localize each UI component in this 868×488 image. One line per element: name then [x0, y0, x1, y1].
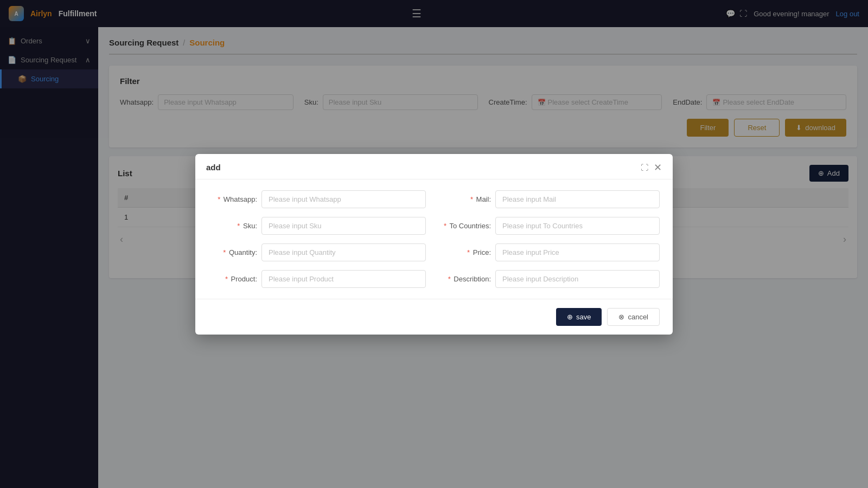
cancel-label: cancel — [628, 313, 648, 321]
cancel-button[interactable]: ⊗ cancel — [607, 308, 660, 326]
modal-quantity-label: * Quantity: — [208, 248, 257, 256]
modal-whatsapp-field: * Whatsapp: — [208, 190, 426, 208]
modal-quantity-field: * Quantity: — [208, 243, 426, 261]
modal-product-input[interactable] — [261, 270, 426, 288]
save-button[interactable]: ⊕ save — [556, 308, 602, 326]
expand-icon[interactable]: ⛶ — [641, 163, 648, 172]
modal-controls: ⛶ ✕ — [641, 163, 662, 172]
required-star: * — [225, 275, 228, 283]
modal-product-label: * Product: — [208, 275, 257, 283]
modal-price-input[interactable] — [495, 243, 660, 261]
modal-description-label: * Describtion: — [442, 275, 491, 283]
required-star: * — [444, 222, 446, 230]
modal-body: * Whatsapp: * Mail: * Sku: * To Countrie… — [195, 179, 673, 299]
modal-mail-input[interactable] — [495, 190, 660, 208]
save-label: save — [576, 313, 591, 321]
modal-price-label: * Price: — [442, 248, 491, 256]
modal-mail-field: * Mail: — [442, 190, 660, 208]
modal-description-field: * Describtion: — [442, 270, 660, 288]
modal-mail-label: * Mail: — [442, 195, 491, 203]
cancel-icon: ⊗ — [618, 313, 624, 321]
modal-title: add — [206, 163, 221, 172]
modal-overlay: add ⛶ ✕ * Whatsapp: * Mail: * Sku: — [0, 0, 868, 488]
modal-countries-input[interactable] — [495, 217, 660, 235]
modal-price-field: * Price: — [442, 243, 660, 261]
close-icon[interactable]: ✕ — [654, 163, 662, 172]
modal-form: * Whatsapp: * Mail: * Sku: * To Countrie… — [208, 190, 660, 288]
modal-description-input[interactable] — [495, 270, 660, 288]
modal-product-field: * Product: — [208, 270, 426, 288]
required-star: * — [218, 195, 220, 203]
required-star: * — [467, 248, 470, 256]
save-icon: ⊕ — [567, 313, 573, 321]
modal-footer: ⊕ save ⊗ cancel — [195, 299, 673, 335]
required-star: * — [223, 248, 226, 256]
modal-countries-label: * To Countries: — [442, 222, 491, 230]
modal-quantity-input[interactable] — [261, 243, 426, 261]
modal-header: add ⛶ ✕ — [195, 154, 673, 179]
modal-sku-label: * Sku: — [208, 222, 257, 230]
required-star: * — [470, 195, 473, 203]
modal-whatsapp-input[interactable] — [261, 190, 426, 208]
modal-countries-field: * To Countries: — [442, 217, 660, 235]
modal-sku-input[interactable] — [261, 217, 426, 235]
modal-whatsapp-label: * Whatsapp: — [208, 195, 257, 203]
add-modal: add ⛶ ✕ * Whatsapp: * Mail: * Sku: — [195, 154, 673, 335]
required-star: * — [237, 222, 240, 230]
required-star: * — [448, 275, 451, 283]
modal-sku-field: * Sku: — [208, 217, 426, 235]
